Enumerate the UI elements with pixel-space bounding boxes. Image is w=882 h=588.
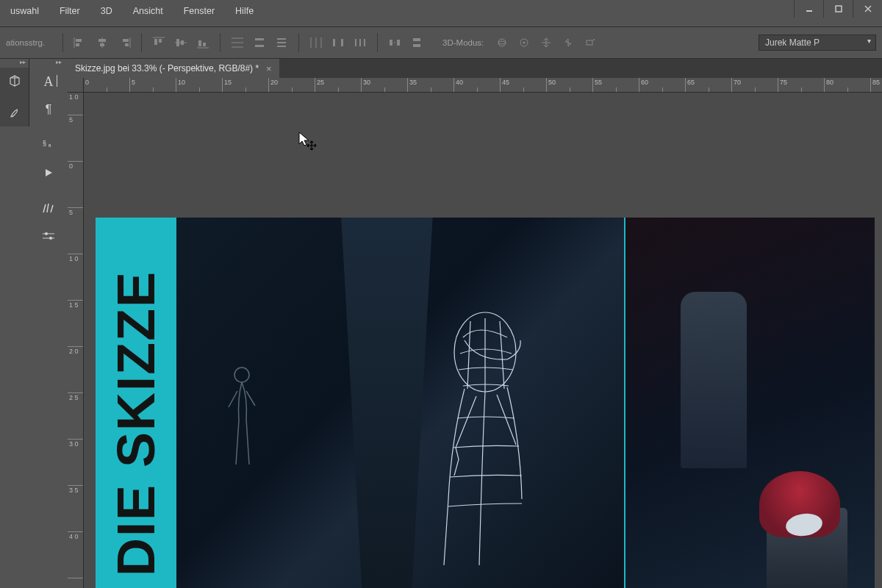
3d-orbit-icon[interactable]: [492, 33, 512, 52]
close-button[interactable]: [853, 0, 882, 18]
maximize-button[interactable]: [823, 0, 853, 18]
canvas-viewport[interactable]: DIE SKIZZE: [84, 93, 882, 588]
align-left-icon[interactable]: [71, 33, 90, 52]
3d-pan-icon[interactable]: [537, 33, 556, 52]
svg-rect-11: [123, 39, 129, 42]
align-bottom-icon[interactable]: [193, 33, 212, 52]
svg-rect-8: [98, 39, 106, 42]
distribute-left-icon[interactable]: [306, 33, 326, 52]
svg-rect-29: [277, 46, 286, 47]
menu-fenster[interactable]: Fenster: [173, 4, 225, 18]
svg-point-46: [523, 42, 526, 44]
glyph-tool-icon[interactable]: §ª: [32, 131, 65, 159]
ruler-horizontal[interactable]: 0 5 10 15 20 25 30 35 40 45 50 55 60 65 …: [84, 78, 882, 93]
sketch-panel: [176, 218, 625, 588]
svg-rect-20: [198, 40, 201, 46]
final-panel: [625, 218, 875, 588]
title-band: DIE SKIZZE: [96, 218, 176, 588]
menu-auswahl[interactable]: uswahl: [0, 4, 49, 18]
menu-3d[interactable]: 3D: [90, 4, 123, 18]
menu-filter[interactable]: Filter: [49, 4, 90, 18]
svg-rect-18: [181, 40, 184, 45]
menu-ansicht[interactable]: Ansicht: [123, 4, 173, 18]
tool-expand-handle[interactable]: ▸▸: [32, 59, 65, 68]
svg-rect-21: [203, 43, 206, 46]
3d-scale-icon[interactable]: [581, 33, 600, 52]
svg-rect-1: [836, 6, 842, 12]
panel-expand-handle[interactable]: ▸▸: [0, 59, 29, 68]
paragraph-tool-icon[interactable]: ¶: [32, 96, 65, 123]
svg-text:§: §: [43, 140, 46, 147]
divider: [62, 33, 63, 52]
document-area: Skizze.jpg bei 33.3% (- Perspektive, RGB…: [68, 59, 882, 588]
ruler-origin[interactable]: [68, 78, 84, 93]
document-tab[interactable]: Skizze.jpg bei 33.3% (- Perspektive, RGB…: [68, 59, 279, 78]
svg-rect-6: [76, 43, 79, 46]
tab-close-icon[interactable]: ×: [266, 63, 272, 74]
distribute-top-icon[interactable]: [228, 33, 247, 52]
window-controls: [794, 0, 882, 18]
svg-rect-35: [355, 39, 356, 46]
svg-rect-39: [397, 40, 400, 46]
svg-rect-34: [341, 39, 343, 46]
canvas-image[interactable]: DIE SKIZZE: [96, 218, 875, 588]
svg-rect-28: [277, 42, 286, 43]
svg-rect-42: [413, 44, 420, 47]
adjustment-icon[interactable]: [32, 222, 65, 250]
3d-slide-icon[interactable]: [559, 33, 578, 52]
svg-rect-47: [587, 40, 592, 45]
svg-text:ª: ª: [49, 143, 51, 150]
svg-rect-27: [277, 38, 286, 40]
distribute-vcenter-icon[interactable]: [250, 33, 269, 52]
distribute-spacing-h-icon[interactable]: [385, 33, 404, 52]
divider: [220, 33, 220, 52]
divider: [377, 33, 378, 52]
distribute-right-icon[interactable]: [351, 33, 370, 52]
menu-bar: uswahl Filter 3D Ansicht Fenster Hilfe: [0, 3, 264, 19]
title-band-text: DIE SKIZZE: [106, 270, 166, 576]
distribute-hcenter-icon[interactable]: [329, 33, 348, 52]
svg-rect-15: [159, 39, 162, 43]
svg-rect-14: [154, 39, 157, 45]
svg-point-48: [593, 39, 595, 40]
align-top-icon[interactable]: [149, 33, 168, 52]
brush-panel-icon[interactable]: [0, 100, 29, 126]
distribute-bottom-icon[interactable]: [272, 33, 291, 52]
svg-point-52: [45, 232, 48, 235]
align-right-icon[interactable]: [115, 33, 134, 52]
svg-rect-38: [390, 40, 392, 46]
document-tab-title: Skizze.jpg bei 33.3% (- Perspektive, RGB…: [75, 63, 259, 74]
svg-point-43: [498, 39, 506, 46]
minimize-button[interactable]: [794, 0, 823, 18]
left-panel-dock: ▸▸: [0, 59, 29, 126]
3d-panel-icon[interactable]: [0, 68, 29, 94]
brushes-icon[interactable]: [32, 194, 65, 222]
svg-rect-9: [100, 43, 104, 46]
svg-rect-41: [413, 38, 420, 41]
svg-rect-17: [176, 39, 179, 46]
align-hcenter-icon[interactable]: [93, 33, 112, 52]
svg-point-44: [498, 41, 506, 44]
svg-rect-36: [359, 39, 361, 46]
divider: [298, 33, 299, 52]
play-action-icon[interactable]: [32, 159, 65, 187]
distribute-spacing-v-icon[interactable]: [407, 33, 426, 52]
svg-rect-25: [255, 38, 264, 40]
svg-rect-5: [76, 39, 82, 42]
svg-rect-26: [255, 45, 264, 47]
align-vcenter-icon[interactable]: [171, 33, 190, 52]
svg-rect-37: [364, 39, 365, 46]
tool-strip: ▸▸ A ¶ §ª: [32, 59, 65, 250]
svg-rect-33: [333, 39, 335, 46]
options-left-label: ationsstrg.: [6, 38, 45, 47]
3d-roll-icon[interactable]: [514, 33, 534, 52]
text-tool-icon[interactable]: A: [32, 68, 65, 96]
svg-point-54: [49, 237, 52, 240]
3d-mode-label: 3D-Modus:: [442, 38, 484, 47]
ruler-vertical[interactable]: 1 0 5 0 5 1 0 1 5 2 0 2 5 3 0 3 5 4 0: [68, 93, 84, 588]
svg-point-55: [234, 368, 249, 382]
workspace-dropdown[interactable]: Jurek Matte P: [759, 35, 876, 51]
divider: [141, 33, 142, 52]
options-bar: ationsstrg. 3D-Modus: Jurek Matte P: [0, 26, 882, 59]
menu-hilfe[interactable]: Hilfe: [225, 4, 264, 18]
